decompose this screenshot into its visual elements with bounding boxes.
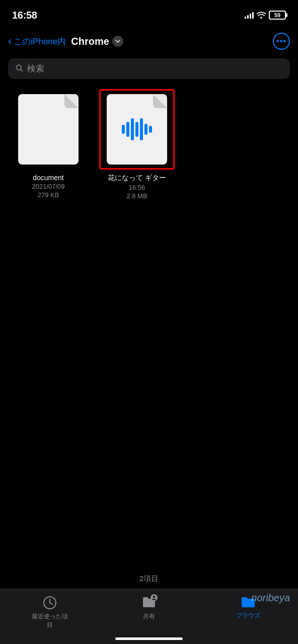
file-item-document[interactable]: document 2021/07/09 279 KB [8, 89, 89, 200]
svg-line-1 [21, 69, 23, 71]
file-item-audio[interactable]: 花になって ギター 16:56 2.8 MB [97, 89, 177, 200]
nav-title-area: Chrome [71, 36, 273, 47]
search-bar[interactable]: 検索 [8, 58, 290, 79]
file-name-document: document [33, 174, 63, 182]
signal-icon [245, 12, 254, 19]
shared-badge [151, 594, 158, 601]
ellipsis-icon: ••• [276, 37, 286, 46]
tab-shared-label: 共有 [143, 612, 155, 621]
nav-bar: ‹ このiPhone内 Chrome ••• [0, 27, 298, 55]
wifi-icon [257, 12, 266, 19]
back-chevron-icon: ‹ [8, 36, 12, 47]
tab-bar: 最近使った項目 共有 ブラウズ [0, 589, 298, 644]
shared-icon-wrapper [141, 595, 157, 610]
tab-recent-label: 最近使った項目 [30, 612, 70, 629]
svg-line-4 [50, 603, 52, 604]
items-count: 2項目 [139, 574, 159, 584]
file-icon-wrapper-audio [99, 89, 175, 170]
audio-file-icon [107, 94, 167, 165]
tab-browse-label: ブラウズ [236, 611, 260, 620]
folder-icon [240, 595, 256, 609]
status-bar: 16:58 59 [0, 0, 298, 27]
file-grid: document 2021/07/09 279 KB 花になって ギター 16:… [0, 85, 298, 204]
home-indicator [115, 637, 183, 640]
tab-shared[interactable]: 共有 [129, 595, 169, 621]
more-options-button[interactable]: ••• [273, 33, 290, 50]
tab-recent[interactable]: 最近使った項目 [30, 595, 70, 629]
file-date-document: 2021/07/09 [32, 183, 64, 190]
search-icon [15, 64, 23, 74]
search-placeholder: 検索 [27, 63, 44, 74]
tab-browse[interactable]: ブラウズ [228, 595, 268, 620]
file-icon-wrapper-document [11, 89, 86, 170]
audio-waveform-icon [122, 117, 152, 142]
file-size-audio: 2.8 MB [126, 192, 147, 200]
nav-title: Chrome [71, 36, 109, 47]
clock-icon [42, 595, 57, 610]
nav-back-label: このiPhone内 [14, 36, 66, 47]
file-date-audio: 16:56 [129, 184, 145, 191]
title-dropdown-icon[interactable] [112, 36, 123, 47]
document-icon [18, 94, 79, 165]
status-icons: 59 [245, 11, 286, 20]
file-size-document: 279 KB [38, 191, 59, 199]
status-time: 16:58 [12, 10, 37, 21]
file-name-audio: 花になって ギター [108, 174, 166, 183]
nav-back-button[interactable]: ‹ このiPhone内 [8, 36, 66, 47]
search-bar-wrapper: 検索 [0, 55, 298, 85]
battery-indicator: 59 [269, 11, 286, 20]
svg-point-5 [153, 596, 155, 598]
